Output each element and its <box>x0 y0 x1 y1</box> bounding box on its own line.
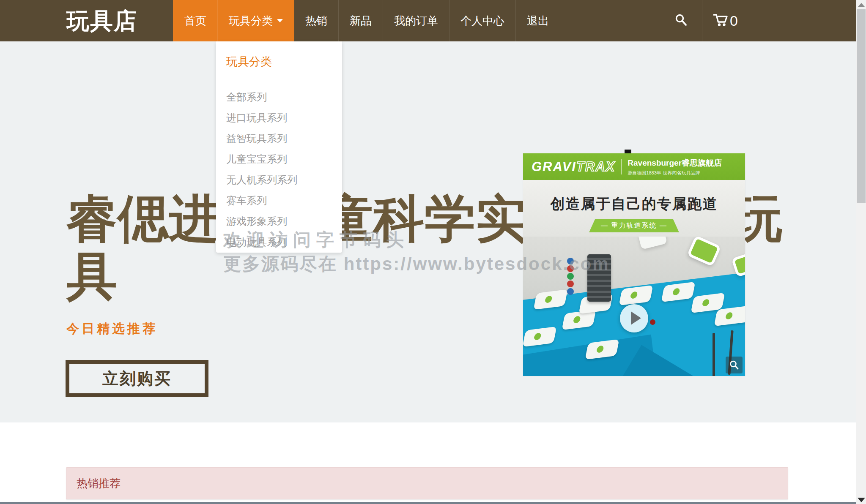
hot-sales-panel: 热销推荐 <box>66 467 788 499</box>
cart-count: 0 <box>730 13 738 29</box>
dropdown-item-game-figure[interactable]: 游戏形象系列 <box>216 211 342 232</box>
toy-bead-column <box>567 258 574 264</box>
cart-button[interactable]: 0 <box>702 0 738 41</box>
hot-sales-title: 热销推荐 <box>77 476 121 491</box>
main-menu: 首页 玩具分类 热销 新品 我的订单 个人中心 退出 <box>173 0 560 41</box>
nav-item-categories-label: 玩具分类 <box>229 14 273 28</box>
categories-dropdown: 玩具分类 全部系列 进口玩具系列 益智玩具系列 儿童宝宝系列 无人机系列系列 赛… <box>216 41 342 253</box>
gravitrax-logo-solid: GRAVI <box>532 159 576 174</box>
toy-stilt <box>713 333 715 376</box>
cart-icon <box>713 13 729 28</box>
page-bottom-edge <box>0 502 856 504</box>
nav-item-categories[interactable]: 玩具分类 <box>217 0 294 41</box>
dropdown-item-racing[interactable]: 赛车系列 <box>216 190 342 211</box>
product-image[interactable]: GRAVITRAX Ravensburger睿思旗舰店 源自德国1883年·世界… <box>523 153 745 376</box>
dropdown-item-puzzle[interactable]: 益智玩具系列 <box>216 128 342 149</box>
dropdown-divider <box>226 75 334 75</box>
toy-red-ball <box>650 319 655 325</box>
nav-item-profile-center[interactable]: 个人中心 <box>449 0 515 41</box>
product-badge: — 重力轨道系统 — <box>589 219 679 232</box>
store-brand-block: Ravensburger睿思旗舰店 源自德国1883年·世界闻名玩具品牌 <box>628 158 722 176</box>
product-headline: 创造属于自己的专属跑道 <box>523 180 745 214</box>
site-logo[interactable]: 玩具店 <box>66 0 137 41</box>
gravitrax-logo: GRAVITRAX <box>532 159 615 174</box>
product-headline-block: 创造属于自己的专属跑道 — 重力轨道系统 — <box>523 180 745 237</box>
dropdown-title: 玩具分类 <box>216 41 342 69</box>
nav-item-new[interactable]: 新品 <box>338 0 383 41</box>
floating-toy-piece <box>731 251 745 277</box>
nav-item-my-orders[interactable]: 我的订单 <box>383 0 449 41</box>
scroll-up-arrow[interactable] <box>858 3 865 7</box>
play-button[interactable] <box>620 304 648 332</box>
top-navbar: 玩具店 首页 玩具分类 热销 新品 我的订单 个人中心 退出 0 <box>0 0 856 41</box>
scroll-thumb[interactable] <box>857 9 866 203</box>
zoom-icon[interactable] <box>726 357 743 373</box>
gravitrax-logo-outline: TRAX <box>576 159 615 174</box>
search-button[interactable] <box>659 0 702 41</box>
store-tagline: 源自德国1883年·世界闻名玩具品牌 <box>628 170 722 176</box>
store-name: Ravensburger睿思旗舰店 <box>628 158 722 169</box>
nav-item-logout[interactable]: 退出 <box>515 0 560 41</box>
floating-toy-piece <box>687 237 721 267</box>
dropdown-item-drone[interactable]: 无人机系列系列 <box>216 169 342 190</box>
search-icon <box>674 14 687 28</box>
page: 玩具店 首页 玩具分类 热销 新品 我的订单 个人中心 退出 0 玩具分类 <box>0 0 866 504</box>
nav-item-home[interactable]: 首页 <box>173 0 217 41</box>
product-brand-banner: GRAVITRAX Ravensburger睿思旗舰店 源自德国1883年·世界… <box>523 153 745 180</box>
scrollbar[interactable] <box>856 0 866 504</box>
product-scene <box>523 237 745 376</box>
floating-toy-piece <box>638 237 667 250</box>
hero-subtitle: 今日精选推荐 <box>66 320 158 338</box>
dropdown-item-imported[interactable]: 进口玩具系列 <box>216 107 342 128</box>
buy-now-button[interactable]: 立刻购买 <box>66 360 208 397</box>
chevron-down-icon <box>277 19 283 22</box>
dropdown-item-electric[interactable]: 电动玩具系列 <box>216 232 342 252</box>
nav-item-hot[interactable]: 热销 <box>294 0 338 41</box>
dropdown-list: 全部系列 进口玩具系列 益智玩具系列 儿童宝宝系列 无人机系列系列 赛车系列 游… <box>216 87 342 252</box>
play-icon <box>631 311 641 325</box>
banner-divider <box>621 159 622 174</box>
scroll-down-arrow[interactable] <box>858 498 865 502</box>
dropdown-item-baby[interactable]: 儿童宝宝系列 <box>216 149 342 169</box>
toy-tower <box>587 254 611 302</box>
dropdown-item-all-series[interactable]: 全部系列 <box>216 87 342 107</box>
